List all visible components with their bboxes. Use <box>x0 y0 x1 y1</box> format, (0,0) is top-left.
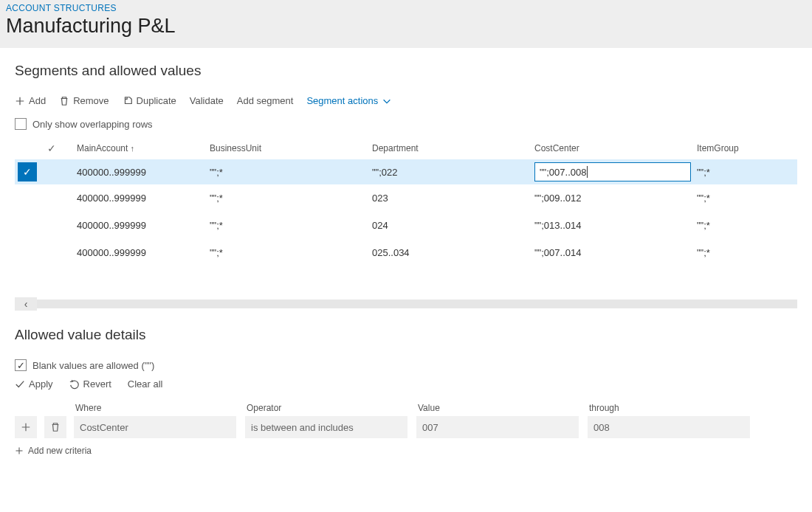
cell-business-unit[interactable]: "";* <box>207 217 369 234</box>
cell-main-account[interactable]: 400000..999999 <box>74 217 207 234</box>
delete-criteria-icon-button[interactable] <box>44 416 66 438</box>
remove-button[interactable]: Remove <box>59 95 109 106</box>
apply-button[interactable]: Apply <box>15 378 53 390</box>
segments-toolbar: Add Remove Duplicate Validate Add segmen… <box>15 95 797 106</box>
cell-item-group[interactable]: "";* <box>694 164 797 181</box>
add-button[interactable]: Add <box>15 95 46 106</box>
label-value: Value <box>418 403 588 413</box>
col-main-account-label: MainAccount <box>77 143 128 153</box>
segments-grid: ✓ MainAccount↑ BusinessUnit Department C… <box>15 137 797 266</box>
cell-department[interactable]: 025..034 <box>369 244 531 261</box>
label-where: Where <box>75 403 245 413</box>
cell-department[interactable]: "";022 <box>369 164 531 181</box>
cell-cost-center[interactable]: "";009..012 <box>531 190 694 207</box>
col-main-account[interactable]: MainAccount↑ <box>74 142 207 155</box>
cell-cost-center-value: "";007..008 <box>540 167 586 178</box>
table-row[interactable]: 400000..999999 "";* 025..034 "";007..014… <box>15 239 797 266</box>
validate-button[interactable]: Validate <box>190 95 224 106</box>
blank-allowed-checkbox[interactable] <box>15 359 27 371</box>
row-selected-marker[interactable]: ✓ <box>18 162 37 181</box>
col-business-unit[interactable]: BusinessUnit <box>207 142 369 155</box>
col-cost-center[interactable]: CostCenter <box>531 142 694 155</box>
details-panel: Allowed value details Blank values are a… <box>4 316 808 463</box>
row-check[interactable] <box>44 250 74 256</box>
duplicate-label: Duplicate <box>137 95 176 106</box>
add-segment-button[interactable]: Add segment <box>237 95 294 106</box>
row-marker[interactable] <box>18 242 37 261</box>
col-item-group[interactable]: ItemGroup <box>694 142 797 155</box>
table-row[interactable]: ✓ 400000..999999 "";* "";022 "";007..008… <box>15 159 797 184</box>
cell-main-account[interactable]: 400000..999999 <box>74 164 207 181</box>
segments-panel: Segments and allowed values Add Remove D… <box>4 52 808 312</box>
page-title: Manufacturing P&L <box>6 15 806 38</box>
cell-item-group[interactable]: "";* <box>694 190 797 207</box>
text-cursor <box>587 166 588 178</box>
apply-label: Apply <box>29 378 53 390</box>
breadcrumb[interactable]: ACCOUNT STRUCTURES <box>6 3 806 13</box>
cell-main-account[interactable]: 400000..999999 <box>74 244 207 261</box>
plus-icon <box>15 96 25 106</box>
where-field[interactable] <box>74 416 236 438</box>
label-through: through <box>589 403 759 413</box>
plus-icon <box>15 446 24 455</box>
cell-item-group[interactable]: "";* <box>694 244 797 261</box>
remove-label: Remove <box>73 95 109 106</box>
table-row[interactable]: 400000..999999 "";* 023 "";009..012 "";* <box>15 184 797 212</box>
revert-label: Revert <box>83 378 111 390</box>
col-check[interactable]: ✓ <box>44 141 74 156</box>
chevron-down-icon <box>382 96 392 106</box>
value-field[interactable] <box>416 416 579 438</box>
add-label: Add <box>29 95 46 106</box>
clear-all-label: Clear all <box>128 378 163 390</box>
check-icon <box>15 379 25 390</box>
only-overlapping-label: Only show overlapping rows <box>32 119 153 130</box>
scroll-track[interactable] <box>37 300 797 308</box>
col-department[interactable]: Department <box>369 142 531 155</box>
add-segment-label: Add segment <box>237 95 294 106</box>
only-overlapping-row: Only show overlapping rows <box>15 118 797 130</box>
duplicate-button[interactable]: Duplicate <box>123 95 176 106</box>
blank-allowed-label: Blank values are allowed ("") <box>32 360 154 371</box>
horizontal-scrollbar[interactable]: ‹ <box>15 297 797 311</box>
row-marker[interactable] <box>18 215 37 234</box>
criteria-labels: Where Operator Value through <box>15 403 797 413</box>
cell-cost-center[interactable]: "";007..014 <box>531 244 694 261</box>
duplicate-icon <box>123 96 133 106</box>
cell-business-unit[interactable]: "";* <box>207 244 369 261</box>
segment-actions-dropdown[interactable]: Segment actions <box>306 95 392 106</box>
page-header: ACCOUNT STRUCTURES Manufacturing P&L <box>0 0 812 48</box>
add-criteria-icon-button[interactable] <box>15 416 37 438</box>
cell-business-unit[interactable]: "";* <box>207 190 369 207</box>
sort-asc-icon: ↑ <box>130 144 134 153</box>
segment-actions-label: Segment actions <box>306 95 378 106</box>
row-check[interactable] <box>44 223 74 229</box>
cell-main-account[interactable]: 400000..999999 <box>74 190 207 207</box>
validate-label: Validate <box>190 95 224 106</box>
cell-department[interactable]: 023 <box>369 190 531 207</box>
details-actions: Apply Revert Clear all <box>15 378 797 390</box>
plus-icon <box>21 422 31 432</box>
cell-cost-center[interactable]: "";013..014 <box>531 217 694 234</box>
revert-button[interactable]: Revert <box>69 378 111 390</box>
operator-field[interactable] <box>245 416 407 438</box>
row-check[interactable] <box>44 169 74 175</box>
cell-business-unit[interactable]: "";* <box>207 164 369 181</box>
grid-header: ✓ MainAccount↑ BusinessUnit Department C… <box>15 137 797 159</box>
clear-all-button[interactable]: Clear all <box>128 378 163 390</box>
trash-icon <box>59 96 69 106</box>
segments-panel-title: Segments and allowed values <box>15 63 797 79</box>
add-new-criteria-button[interactable]: Add new criteria <box>15 446 92 456</box>
col-marker <box>15 147 44 150</box>
cell-item-group[interactable]: "";* <box>694 217 797 234</box>
through-field[interactable] <box>588 416 750 438</box>
row-marker[interactable] <box>18 187 37 207</box>
table-row[interactable]: 400000..999999 "";* 024 "";013..014 "";* <box>15 212 797 239</box>
scroll-left-icon[interactable]: ‹ <box>15 297 37 311</box>
only-overlapping-checkbox[interactable] <box>15 118 27 130</box>
cell-cost-center-editing[interactable]: "";007..008 <box>531 159 694 184</box>
row-check[interactable] <box>44 196 74 201</box>
blank-allowed-row: Blank values are allowed ("") <box>15 359 797 371</box>
cell-department[interactable]: 024 <box>369 217 531 234</box>
revert-icon <box>69 379 80 390</box>
details-panel-title: Allowed value details <box>15 327 797 343</box>
